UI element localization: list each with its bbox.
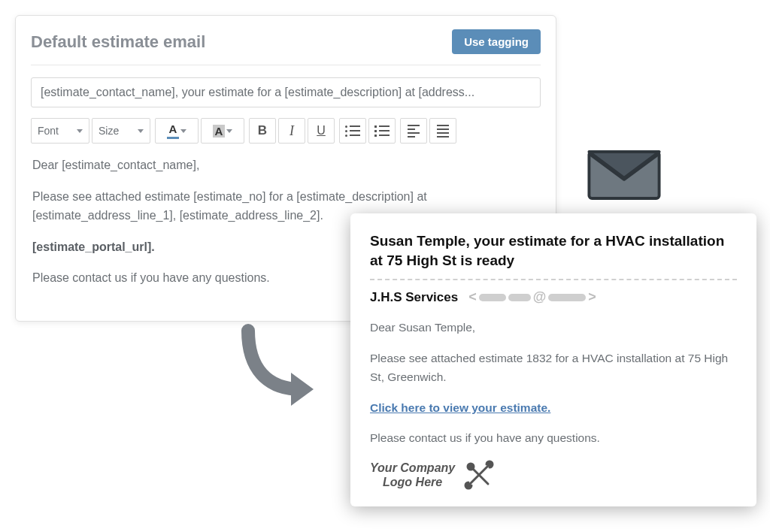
chevron-down-icon <box>138 129 144 133</box>
align-left-button[interactable] <box>400 118 427 144</box>
underline-icon: U <box>317 124 326 138</box>
subject-input[interactable] <box>31 77 541 107</box>
highlight-glyph: A <box>213 125 226 138</box>
divider <box>31 65 541 65</box>
bold-button[interactable]: B <box>249 118 276 144</box>
chevron-down-icon <box>77 129 83 133</box>
chevron-down-icon <box>226 129 232 133</box>
italic-button[interactable]: I <box>278 118 305 144</box>
envelope-icon <box>587 150 661 200</box>
italic-icon: I <box>290 123 294 139</box>
size-select-label: Size <box>99 125 119 137</box>
from-email-placeholder: <@> <box>468 289 596 305</box>
bullet-list-button[interactable] <box>339 118 366 144</box>
use-tagging-button[interactable]: Use tagging <box>452 29 541 54</box>
email-preview: Susan Temple, your estimate for a HVAC i… <box>350 213 756 506</box>
preview-body: Dear Susan Temple, Please see attached e… <box>370 319 737 490</box>
logo-text-line2: Logo Here <box>370 475 455 489</box>
highlight-color-button[interactable]: A <box>201 118 244 144</box>
align-justify-button[interactable] <box>429 118 456 144</box>
chevron-down-icon <box>180 129 186 133</box>
logo-text-line1: Your Company <box>370 461 455 475</box>
bullet-list-icon <box>345 125 360 137</box>
numbered-list-button[interactable] <box>368 118 396 144</box>
numbered-list-icon <box>374 125 390 137</box>
svg-point-1 <box>468 464 474 470</box>
editor-header: Default estimate email Use tagging <box>31 29 541 54</box>
rich-text-toolbar: Font Size A A <box>31 118 541 144</box>
font-select-label: Font <box>38 125 59 137</box>
dashed-divider <box>370 279 737 280</box>
bold-icon: B <box>258 123 267 138</box>
preview-para1: Please see attached estimate 1832 for a … <box>370 349 737 387</box>
text-color-glyph: A <box>169 122 177 135</box>
editor-title: Default estimate email <box>31 32 205 52</box>
body-greeting: Dear [estimate_contact_name], <box>32 156 539 175</box>
tools-icon <box>464 460 494 490</box>
curved-arrow-icon <box>229 323 320 410</box>
preview-subject: Susan Temple, your estimate for a HVAC i… <box>370 231 737 270</box>
underline-button[interactable]: U <box>308 118 335 144</box>
size-select[interactable]: Size <box>92 118 150 144</box>
font-select[interactable]: Font <box>31 118 89 144</box>
text-color-swatch <box>167 137 179 139</box>
preview-greeting: Dear Susan Temple, <box>370 319 737 337</box>
preview-closing: Please contact us if you have any questi… <box>370 429 737 448</box>
from-row: J.H.S Services <@> <box>370 289 737 305</box>
from-name: J.H.S Services <box>370 290 458 305</box>
view-estimate-link[interactable]: Click here to view your estimate. <box>370 399 550 418</box>
align-left-icon <box>408 125 420 138</box>
text-color-button[interactable]: A <box>155 118 199 144</box>
company-logo-placeholder: Your Company Logo Here <box>370 460 737 490</box>
align-justify-icon <box>437 125 449 138</box>
